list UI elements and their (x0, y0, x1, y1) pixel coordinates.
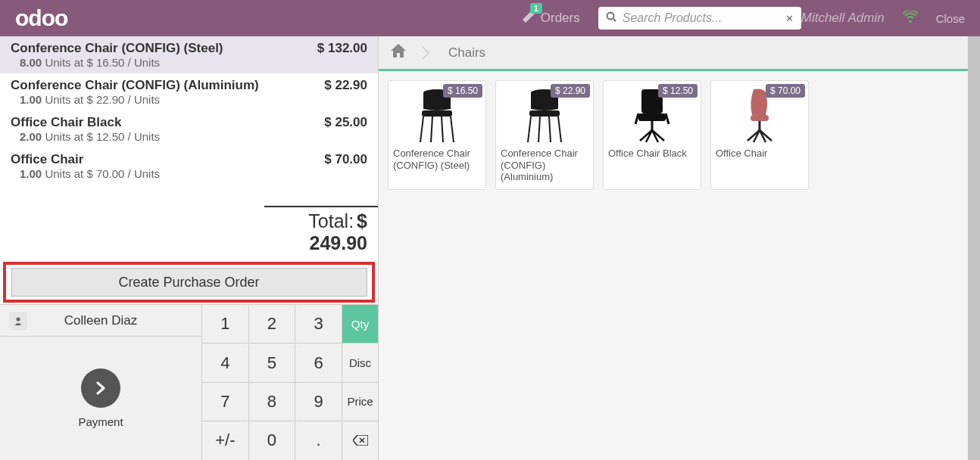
numpad-6[interactable]: 6 (295, 343, 342, 382)
order-line[interactable]: Office Chair Black 2.00 Units at $ 12.50… (0, 110, 378, 148)
payment-button[interactable]: Payment (0, 337, 201, 460)
numpad-3[interactable]: 3 (295, 305, 342, 343)
svg-rect-3 (422, 110, 452, 117)
order-panel: Conference Chair (CONFIG) (Steel) 8.00 U… (0, 36, 379, 460)
customer-button[interactable]: Colleen Diaz (0, 305, 201, 337)
search-box[interactable]: ✕ (598, 7, 801, 30)
create-purchase-order-button[interactable]: Create Purchase Order (11, 268, 367, 297)
numpad-dot[interactable]: . (295, 421, 342, 460)
order-line[interactable]: Conference Chair (CONFIG) (Steel) 8.00 U… (0, 36, 378, 73)
product-grid: $ 16.50 Conference Chair (CONFIG) (Steel… (379, 71, 980, 199)
numpad-5[interactable]: 5 (248, 343, 295, 382)
svg-line-1 (613, 19, 616, 21)
person-icon (9, 312, 27, 330)
close-button[interactable]: Close (936, 12, 965, 25)
orders-button[interactable]: 1 Orders (521, 9, 580, 28)
chevron-right-icon (423, 46, 432, 60)
svg-line-6 (442, 117, 443, 142)
numpad-price[interactable]: Price (342, 383, 378, 421)
clear-search-icon[interactable]: ✕ (785, 13, 794, 24)
svg-line-7 (451, 117, 454, 142)
numpad-7[interactable]: 7 (201, 383, 248, 421)
create-purchase-order-highlight: Create Purchase Order (3, 262, 375, 303)
svg-line-10 (538, 117, 540, 142)
price-tag: $ 70.00 (766, 84, 805, 98)
product-card[interactable]: $ 22.90 Conference Chair (CONFIG) (Alumi… (495, 80, 594, 190)
order-total: Total:$ 249.90 (264, 206, 378, 257)
scrollbar[interactable] (968, 36, 980, 460)
wifi-icon (903, 11, 918, 26)
product-panel: Chairs $ 16.50 Conference Chair (CONFIG)… (379, 36, 980, 460)
product-card[interactable]: $ 16.50 Conference Chair (CONFIG) (Steel… (388, 80, 486, 190)
orders-label: Orders (541, 11, 580, 26)
numpad-disc[interactable]: Disc (342, 343, 378, 382)
svg-line-4 (420, 117, 423, 142)
breadcrumb-category[interactable]: Chairs (448, 45, 485, 61)
numpad-1[interactable]: 1 (201, 305, 248, 343)
ticket-icon: 1 (521, 9, 536, 28)
orders-count-badge: 1 (530, 3, 542, 14)
svg-rect-18 (751, 115, 769, 121)
order-line[interactable]: Office Chair 1.00 Units at $ 70.00 / Uni… (0, 148, 378, 185)
order-lines: Conference Chair (CONFIG) (Steel) 8.00 U… (0, 36, 378, 185)
home-icon[interactable] (391, 44, 406, 61)
numpad: 1 2 3 Qty 4 5 6 Disc 7 8 9 Price +/- 0 . (201, 305, 378, 460)
numpad-qty[interactable]: Qty (342, 305, 378, 343)
numpad-8[interactable]: 8 (248, 383, 295, 421)
backspace-icon (353, 435, 368, 446)
product-card[interactable]: $ 70.00 Office Chair (710, 80, 809, 190)
user-name: Mitchell Admin (801, 11, 885, 26)
svg-line-15 (635, 113, 638, 124)
svg-line-16 (666, 113, 669, 124)
numpad-4[interactable]: 4 (201, 343, 248, 382)
svg-rect-14 (638, 113, 666, 121)
svg-line-9 (528, 117, 531, 142)
search-input[interactable] (623, 11, 785, 25)
order-line[interactable]: Conference Chair (CONFIG) (Aluminium) 1.… (0, 73, 378, 110)
svg-line-11 (549, 117, 551, 142)
odoo-logo: odoo (15, 5, 67, 31)
chevron-right-icon (81, 368, 120, 408)
svg-point-0 (607, 13, 613, 20)
numpad-plusminus[interactable]: +/- (201, 421, 248, 460)
svg-point-2 (17, 317, 20, 321)
svg-line-5 (431, 117, 432, 142)
search-icon (606, 11, 616, 25)
breadcrumb: Chairs (379, 36, 980, 71)
numpad-0[interactable]: 0 (248, 421, 295, 460)
price-tag: $ 12.50 (658, 84, 698, 98)
numpad-backspace[interactable] (342, 421, 378, 460)
price-tag: $ 16.50 (443, 84, 482, 98)
price-tag: $ 22.90 (551, 84, 590, 98)
product-card[interactable]: $ 12.50 Office Chair Black (603, 80, 701, 190)
numpad-9[interactable]: 9 (295, 383, 342, 421)
app-header: odoo 1 Orders ✕ Mitchell Admin Close (0, 0, 980, 36)
svg-rect-8 (529, 110, 560, 117)
numpad-2[interactable]: 2 (248, 305, 295, 343)
svg-line-12 (558, 117, 561, 142)
